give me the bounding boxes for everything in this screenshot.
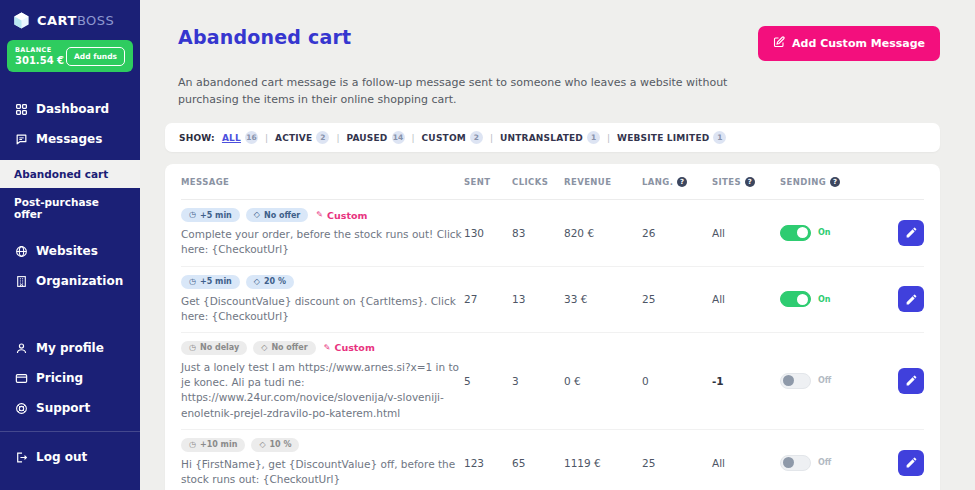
sidebar-item-label: Websites xyxy=(36,244,98,258)
filter-count-badge: 14 xyxy=(392,131,405,144)
filter-all[interactable]: ALL16 xyxy=(222,131,258,144)
clock-icon: ◷ xyxy=(189,278,196,286)
edit-icon: ✎ xyxy=(316,211,323,219)
message-text: Just a lonely test I am https://www.arne… xyxy=(181,360,464,421)
filter-active[interactable]: ACTIVE2 xyxy=(275,131,329,144)
sidebar-item-support[interactable]: Support xyxy=(0,393,140,423)
logo-text: CARTBOSS xyxy=(37,13,114,28)
edit-message-button[interactable] xyxy=(898,368,924,394)
column-sending: SENDING? xyxy=(780,177,880,187)
badge-custom: ✎Custom xyxy=(314,210,367,221)
show-label: SHOW: xyxy=(179,133,215,143)
sidebar-item-log-out[interactable]: Log out xyxy=(0,442,140,472)
sidebar-item-websites[interactable]: Websites xyxy=(0,236,140,266)
sending-toggle[interactable] xyxy=(780,455,811,471)
message-text: Get {DiscountValue} discount on {CartIte… xyxy=(181,294,464,324)
sending-toggle[interactable] xyxy=(780,291,811,307)
badge-list: ◷+10 min◇10 % xyxy=(181,438,464,452)
sent-value: 5 xyxy=(464,375,512,387)
websites-icon xyxy=(14,245,28,258)
badge-custom: ✎Custom xyxy=(322,342,375,353)
sending-cell: On xyxy=(780,225,880,241)
badge--5-min: ◷+5 min xyxy=(181,275,240,289)
sidebar-item-label: Pricing xyxy=(36,371,83,385)
messages-table: MESSAGE SENT CLICKS REVENUE LANG.? SITES… xyxy=(165,164,940,490)
sent-value: 123 xyxy=(464,457,512,469)
table-row: ◷+5 min◇20 % Get {DiscountValue} discoun… xyxy=(181,267,924,333)
logout-section: Log out xyxy=(0,431,140,486)
badge--10-min: ◷+10 min xyxy=(181,438,245,452)
sidebar-item-label: My profile xyxy=(36,341,104,355)
message-text: Hi {FirstName}, get {DiscountValue} off,… xyxy=(181,457,464,487)
sending-toggle[interactable] xyxy=(780,373,811,389)
balance-amount: 301.54 € xyxy=(15,55,64,66)
filter-count-badge: 2 xyxy=(470,131,483,144)
sidebar-item-post-purchase-offer[interactable]: Post-purchase offer xyxy=(0,188,140,228)
table-header: MESSAGE SENT CLICKS REVENUE LANG.? SITES… xyxy=(181,164,924,200)
sending-state-label: On xyxy=(818,295,831,304)
filter-separator: | xyxy=(607,133,610,143)
sending-toggle[interactable] xyxy=(780,225,811,241)
sidebar-item-dashboard[interactable]: Dashboard xyxy=(0,94,140,124)
table-row: ◷+10 min◇10 % Hi {FirstName}, get {Disco… xyxy=(181,430,924,490)
filter-separator: | xyxy=(336,133,339,143)
lang-value: 25 xyxy=(642,293,712,305)
sending-state-label: Off xyxy=(818,376,831,385)
filter-custom[interactable]: CUSTOM2 xyxy=(422,131,483,144)
sidebar: CARTBOSS BALANCE 301.54 € Add funds Dash… xyxy=(0,0,140,490)
table-row: ◷+5 min◇No offer✎Custom Complete your or… xyxy=(181,200,924,266)
edit-message-button[interactable] xyxy=(898,450,924,476)
message-cell: ◷+10 min◇10 % Hi {FirstName}, get {Disco… xyxy=(181,438,464,487)
badge-list: ◷No delay◇No offer✎Custom xyxy=(181,341,464,355)
sidebar-item-abandoned-cart[interactable]: Abandoned cart xyxy=(0,160,140,188)
sites-value: All xyxy=(712,293,780,305)
revenue-value: 820 € xyxy=(564,227,642,239)
lang-value: 25 xyxy=(642,457,712,469)
column-sites: SITES? xyxy=(712,177,780,187)
sending-info-icon[interactable]: ? xyxy=(830,177,840,187)
filter-untranslated[interactable]: UNTRANSLATED1 xyxy=(500,131,600,144)
add-custom-message-button[interactable]: Add Custom Message xyxy=(758,26,940,61)
lang-info-icon[interactable]: ? xyxy=(677,177,687,187)
cartboss-logo-icon xyxy=(12,11,31,30)
sidebar-item-my-profile[interactable]: My profile xyxy=(0,333,140,363)
messages-icon xyxy=(14,133,28,146)
lang-value: 26 xyxy=(642,227,712,239)
organization-icon xyxy=(14,275,28,288)
sending-cell: On xyxy=(780,291,880,307)
sidebar-item-pricing[interactable]: Pricing xyxy=(0,363,140,393)
logout-icon xyxy=(14,451,28,464)
sidebar-nav: Dashboard Messages Abandoned cart Post-p… xyxy=(0,94,140,296)
logo[interactable]: CARTBOSS xyxy=(0,0,140,38)
edit-message-button[interactable] xyxy=(898,220,924,246)
filter-website-limited[interactable]: WEBSITE LIMITED1 xyxy=(617,131,726,144)
sidebar-item-label: Dashboard xyxy=(36,102,109,116)
clicks-value: 65 xyxy=(512,457,564,469)
sidebar-item-messages[interactable]: Messages xyxy=(0,124,140,154)
badge-20-: ◇20 % xyxy=(246,275,294,289)
sent-value: 27 xyxy=(464,293,512,305)
badge--5-min: ◷+5 min xyxy=(181,208,240,222)
sending-cell: Off xyxy=(780,455,880,471)
message-cell: ◷+5 min◇No offer✎Custom Complete your or… xyxy=(181,208,464,257)
sidebar-item-label: Log out xyxy=(36,450,87,464)
filter-separator: | xyxy=(265,133,268,143)
filter-separator: | xyxy=(490,133,493,143)
sending-state-label: On xyxy=(818,228,831,237)
filter-count-badge: 1 xyxy=(713,131,726,144)
filter-items: ALL16|ACTIVE2|PAUSED14|CUSTOM2|UNTRANSLA… xyxy=(222,131,726,144)
add-funds-button[interactable]: Add funds xyxy=(66,47,125,66)
sidebar-item-label: Messages xyxy=(36,132,102,146)
filter-count-badge: 1 xyxy=(587,131,600,144)
edit-icon: ✎ xyxy=(324,344,331,352)
table-row: ◷No delay◇No offer✎Custom Just a lonely … xyxy=(181,333,924,430)
badge-list: ◷+5 min◇20 % xyxy=(181,275,464,289)
revenue-value: 33 € xyxy=(564,293,642,305)
clock-icon: ◷ xyxy=(189,441,196,449)
revenue-value: 1119 € xyxy=(564,457,642,469)
tag-icon: ◇ xyxy=(259,441,265,449)
sites-info-icon[interactable]: ? xyxy=(745,177,755,187)
filter-paused[interactable]: PAUSED14 xyxy=(346,131,404,144)
sidebar-item-organization[interactable]: Organization xyxy=(0,266,140,296)
edit-message-button[interactable] xyxy=(898,286,924,312)
